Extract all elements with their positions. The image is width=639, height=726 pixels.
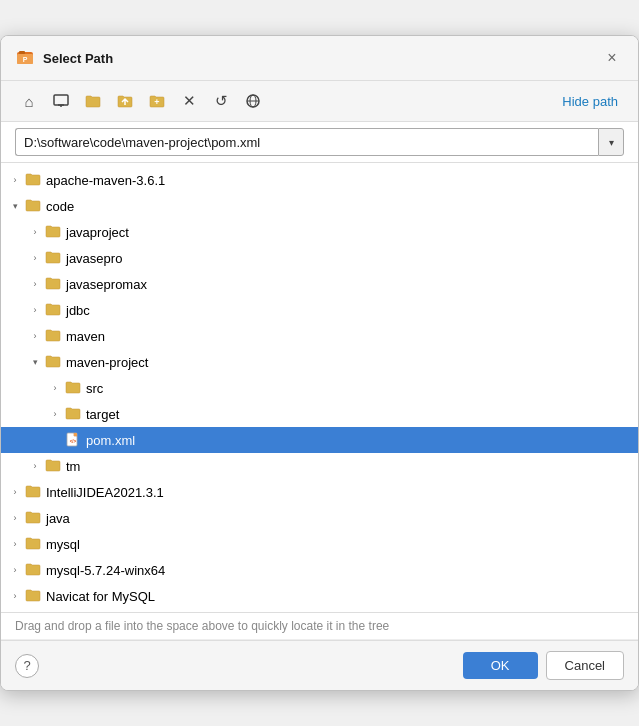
tree-item[interactable]: ›jdbc <box>1 297 638 323</box>
tree-item[interactable]: ›apache-maven-3.6.1 <box>1 167 638 193</box>
tree-item[interactable]: </> pom.xml <box>1 427 638 453</box>
ok-button[interactable]: OK <box>463 652 538 679</box>
folder-icon <box>45 458 61 475</box>
expand-icon[interactable]: › <box>5 560 25 580</box>
expand-icon[interactable]: ▾ <box>5 196 25 216</box>
folder-icon <box>45 224 61 241</box>
tree-item[interactable]: ▾maven-project <box>1 349 638 375</box>
tree-item[interactable]: ›Navicat for MySQL <box>1 583 638 609</box>
expand-icon[interactable]: ▾ <box>25 352 45 372</box>
tree-item-label: code <box>46 199 74 214</box>
tree-item-label: java <box>46 511 70 526</box>
svg-rect-4 <box>54 95 68 105</box>
folder-icon <box>25 198 41 215</box>
cancel-button[interactable]: Cancel <box>546 651 624 680</box>
footer: ? OK Cancel <box>1 640 638 690</box>
tree-item[interactable]: ›target <box>1 401 638 427</box>
folder-icon <box>45 354 61 371</box>
svg-rect-2 <box>19 51 25 54</box>
toolbar: ⌂ + ✕ ↺ Hide path <box>1 81 638 122</box>
tree-item-label: mysql-5.7.24-winx64 <box>46 563 165 578</box>
folder-icon <box>65 406 81 423</box>
expand-icon[interactable]: › <box>5 482 25 502</box>
expand-icon[interactable]: › <box>5 534 25 554</box>
title-bar: P Select Path × <box>1 36 638 81</box>
folder-icon <box>45 302 61 319</box>
expand-icon[interactable]: › <box>25 326 45 346</box>
tree-item-label: target <box>86 407 119 422</box>
monitor-button[interactable] <box>47 87 75 115</box>
path-input[interactable] <box>15 128 598 156</box>
folder-icon <box>25 588 41 605</box>
xml-file-icon: </> <box>65 432 81 448</box>
expand-icon[interactable]: › <box>5 586 25 606</box>
select-path-dialog: P Select Path × ⌂ + ✕ ↺ Hide path ▾ ›apa… <box>0 35 639 691</box>
tree-item[interactable]: ›mysql-5.7.24-winx64 <box>1 557 638 583</box>
tree-item[interactable]: ›mysql <box>1 531 638 557</box>
folder-up-button[interactable] <box>79 87 107 115</box>
tree-item[interactable]: ›maven <box>1 323 638 349</box>
tree-item-label: mysql <box>46 537 80 552</box>
folder-icon <box>45 328 61 345</box>
tree-item[interactable]: ›tm <box>1 453 638 479</box>
close-button[interactable]: × <box>600 46 624 70</box>
tree-item-label: javasepro <box>66 251 122 266</box>
dialog-icon: P <box>15 48 35 68</box>
folder-icon <box>45 276 61 293</box>
tree-item[interactable]: ›javasepromax <box>1 271 638 297</box>
tree-item-label: apache-maven-3.6.1 <box>46 173 165 188</box>
expand-icon[interactable]: › <box>25 222 45 242</box>
tree-item-label: maven-project <box>66 355 148 370</box>
file-tree[interactable]: ›apache-maven-3.6.1▾code›javaproject›jav… <box>1 163 638 613</box>
expand-icon[interactable]: › <box>25 456 45 476</box>
expand-icon[interactable]: › <box>25 300 45 320</box>
svg-text:+: + <box>154 97 159 107</box>
svg-text:</>: </> <box>70 439 77 444</box>
folder-icon <box>25 484 41 501</box>
home-button[interactable]: ⌂ <box>15 87 43 115</box>
expand-icon[interactable]: › <box>45 404 65 424</box>
tree-item[interactable]: ›src <box>1 375 638 401</box>
path-dropdown-button[interactable]: ▾ <box>598 128 624 156</box>
expand-icon[interactable]: › <box>45 378 65 398</box>
expand-icon[interactable]: › <box>25 274 45 294</box>
network-button[interactable] <box>239 87 267 115</box>
tree-item-label: maven <box>66 329 105 344</box>
folder-icon <box>25 172 41 189</box>
expand-icon[interactable]: › <box>5 508 25 528</box>
tree-item-label: src <box>86 381 103 396</box>
path-bar: ▾ <box>1 122 638 163</box>
svg-text:P: P <box>23 56 28 63</box>
tree-item[interactable]: ›javasepro <box>1 245 638 271</box>
folder-icon <box>45 250 61 267</box>
tree-item-label: javasepromax <box>66 277 147 292</box>
tree-item-label: pom.xml <box>86 433 135 448</box>
folder-icon <box>25 536 41 553</box>
folder-icon <box>25 562 41 579</box>
tree-item[interactable]: ▾code <box>1 193 638 219</box>
expand-icon[interactable]: › <box>25 248 45 268</box>
folder-icon <box>65 380 81 397</box>
tree-item-label: jdbc <box>66 303 90 318</box>
hide-path-button[interactable]: Hide path <box>556 90 624 113</box>
expand-icon[interactable]: › <box>5 170 25 190</box>
svg-rect-13 <box>74 433 77 436</box>
up-folder-button[interactable] <box>111 87 139 115</box>
new-folder-button[interactable]: + <box>143 87 171 115</box>
tree-item-label: IntelliJIDEA2021.3.1 <box>46 485 164 500</box>
tree-item-label: Navicat for MySQL <box>46 589 155 604</box>
delete-button[interactable]: ✕ <box>175 87 203 115</box>
tree-item[interactable]: ›javaproject <box>1 219 638 245</box>
tree-item-label: javaproject <box>66 225 129 240</box>
tree-item-label: tm <box>66 459 80 474</box>
tree-item[interactable]: ›IntelliJIDEA2021.3.1 <box>1 479 638 505</box>
dialog-title: Select Path <box>43 51 600 66</box>
hint-bar: Drag and drop a file into the space abov… <box>1 613 638 640</box>
tree-item[interactable]: ›java <box>1 505 638 531</box>
folder-icon <box>25 510 41 527</box>
refresh-button[interactable]: ↺ <box>207 87 235 115</box>
help-button[interactable]: ? <box>15 654 39 678</box>
